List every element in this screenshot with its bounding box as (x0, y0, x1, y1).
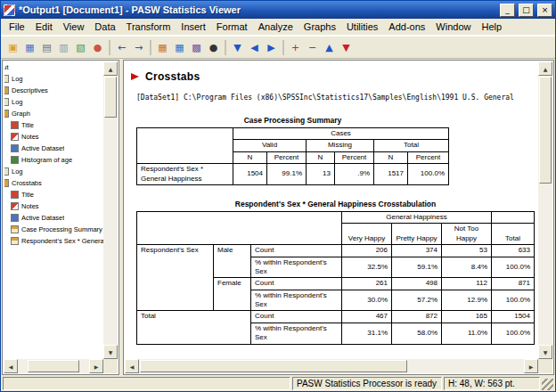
cell-value: 467 (342, 311, 392, 323)
minimize-button[interactable]: _ (500, 4, 515, 17)
outline-item-histogram[interactable]: Histogram of age (11, 154, 103, 166)
menu-addons[interactable]: Add-ons (383, 20, 430, 34)
promote-button[interactable]: ◀ (246, 39, 263, 56)
outline-item-title[interactable]: Title (11, 189, 103, 200)
goto-case-grid-icon: ▦ (175, 43, 184, 53)
menu-edit[interactable]: Edit (30, 20, 58, 34)
redo-button[interactable]: → (130, 39, 147, 56)
case-processing-summary-table[interactable]: Cases Valid Missing Total N Percent N (136, 127, 449, 185)
menu-transform[interactable]: Transform (121, 20, 176, 34)
scroll-track (538, 184, 552, 345)
outline-item-output[interactable]: Output (4, 61, 103, 73)
valid-header: Valid (233, 140, 307, 151)
n-header: N (233, 151, 267, 163)
maximize-button[interactable]: □ (519, 4, 534, 17)
recall-dialogs-icon: ● (94, 43, 102, 53)
log-document-icon (4, 98, 9, 106)
scroll-left-icon[interactable]: ◀ (4, 359, 18, 373)
outline-item-notes[interactable]: Notes (11, 200, 103, 212)
outline-item-notes[interactable]: Notes (11, 131, 103, 143)
scroll-thumb[interactable] (140, 360, 407, 372)
print-preview-button[interactable]: ▥ (55, 39, 72, 56)
scroll-down-icon[interactable]: ▼ (103, 345, 118, 359)
select-last-output-icon: ▼ (233, 43, 241, 53)
scroll-right-icon[interactable]: ▶ (89, 359, 103, 373)
outline-item-case-processing-summary[interactable]: Case Processing Summary (11, 224, 103, 235)
menu-analyze[interactable]: Analyze (253, 20, 298, 34)
goto-data-button[interactable]: ▦ (154, 39, 171, 56)
crosstabulation-block: Respondent's Sex * General Happiness Cro… (136, 200, 535, 345)
scroll-thumb[interactable] (104, 77, 117, 118)
cell-value: 59.1% (392, 257, 442, 278)
maximize-icon: □ (522, 5, 530, 14)
save-button[interactable]: ▦ (21, 39, 38, 56)
cell-value: 12.9% (442, 290, 492, 311)
cell-value: 8.4% (442, 257, 492, 278)
scroll-track (18, 359, 27, 373)
goto-case-button[interactable]: ▦ (171, 39, 188, 56)
outline-item-active-dataset[interactable]: Active Dataset (11, 143, 103, 154)
print-button[interactable]: ▤ (38, 39, 55, 56)
resize-grip[interactable] (542, 379, 553, 390)
outline-item-active-dataset[interactable]: Active Dataset (11, 212, 103, 224)
crosstabulation-table[interactable]: General Happiness Very Happy Pretty Happ… (136, 211, 535, 345)
variables-button[interactable]: ▩ (188, 39, 205, 56)
menu-view[interactable]: View (58, 20, 90, 34)
cell-value: 30.0% (342, 290, 392, 311)
scroll-thumb[interactable] (28, 360, 79, 372)
output-content: Crosstabs [DataSet1] C:\Program Files (x… (125, 61, 538, 359)
menu-format[interactable]: Format (211, 20, 253, 34)
hide-button[interactable]: ▼ (338, 39, 355, 56)
demote-button[interactable]: ▶ (263, 39, 280, 56)
select-last-output-button[interactable]: ▼ (229, 39, 246, 56)
find-button[interactable]: ● (205, 39, 222, 56)
general-happiness-header: General Happiness (342, 211, 492, 223)
menu-graphs[interactable]: Graphs (298, 20, 341, 34)
menu-file[interactable]: File (4, 20, 30, 34)
output-horizontal-scrollbar[interactable]: ◀ ▶ (125, 359, 538, 373)
menu-utilities[interactable]: Utilities (341, 20, 383, 34)
collapse-button[interactable]: − (304, 39, 321, 56)
dataset-icon (11, 144, 19, 152)
outline-item-title[interactable]: Title (11, 119, 103, 131)
recall-dialogs-button[interactable]: ● (89, 39, 106, 56)
close-button[interactable]: × (537, 4, 552, 17)
menu-help[interactable]: Help (476, 20, 507, 34)
outline-item-crosstabs[interactable]: Crosstabs (4, 177, 103, 189)
menu-window[interactable]: Window (430, 20, 476, 34)
scroll-left-icon[interactable]: ◀ (125, 359, 139, 373)
show-button[interactable]: ▲ (321, 39, 338, 56)
outline-item-crosstabulation[interactable]: Respondent's Sex * General Happiness (11, 235, 103, 247)
outline-item-descriptives[interactable]: Descriptives (4, 85, 103, 96)
outline-vertical-scrollbar[interactable]: ▲ ▼ (103, 61, 118, 359)
outline-item-log[interactable]: Log (4, 166, 103, 177)
scroll-thumb[interactable] (539, 77, 552, 184)
open-button[interactable]: ▣ (4, 39, 21, 56)
undo-button[interactable]: ← (113, 39, 130, 56)
outline-item-log[interactable]: Log (4, 96, 103, 108)
scroll-up-icon[interactable]: ▲ (538, 61, 552, 76)
scroll-down-icon[interactable]: ▼ (538, 345, 552, 359)
cell-value: 206 (342, 245, 392, 257)
menu-data[interactable]: Data (89, 20, 120, 34)
scroll-right-icon[interactable]: ▶ (524, 359, 538, 373)
outline-item-log[interactable]: Log (4, 73, 103, 85)
scroll-up-icon[interactable]: ▲ (103, 61, 118, 76)
cell-value: 57.2% (392, 290, 442, 311)
scrollbar-corner (103, 359, 118, 373)
cell-value: 58.0% (392, 323, 442, 344)
case-processing-summary-block: Case Processing Summary Cases Valid (136, 116, 449, 185)
outline-horizontal-scrollbar[interactable]: ◀ ▶ (4, 359, 103, 373)
table-row: Respondent's Sex Male Count 206 374 53 6… (137, 245, 535, 257)
outline-item-graph[interactable]: Graph (4, 108, 103, 119)
percent-header: Percent (408, 151, 449, 163)
output-vertical-scrollbar[interactable]: ▲ ▼ (538, 61, 552, 359)
export-button[interactable]: ▧ (72, 39, 89, 56)
male-label: Male (214, 245, 251, 278)
cell-value: 112 (442, 278, 492, 290)
redo-arrow-icon: → (135, 43, 143, 53)
log-document-icon (4, 75, 9, 83)
notes-document-icon (11, 133, 19, 141)
menu-insert[interactable]: Insert (176, 20, 211, 34)
expand-button[interactable]: + (287, 39, 304, 56)
